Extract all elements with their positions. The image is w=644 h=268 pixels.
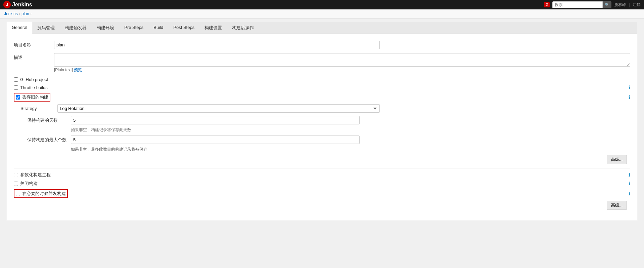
concurrent-highlight: 在必要的时候并发构建 xyxy=(14,189,68,198)
tab-poststeps[interactable]: Post Steps xyxy=(168,22,199,34)
advanced-btn-row2: 高级... xyxy=(14,201,630,210)
concurrent-checkbox[interactable] xyxy=(16,192,20,196)
concurrent-help-icon[interactable]: ℹ xyxy=(629,191,630,196)
header-right: 2 🔍 詹林峰 | 注销 xyxy=(544,1,641,8)
tab-trigger[interactable]: 构建触发器 xyxy=(60,22,92,34)
github-project-row: GitHub project xyxy=(14,77,630,82)
main: General 源码管理 构建触发器 构建环境 Pre Steps Build … xyxy=(0,18,644,224)
header: J Jenkins 2 🔍 詹林峰 | 注销 xyxy=(0,0,644,9)
jenkins-icon: J xyxy=(3,1,11,8)
github-project-checkbox[interactable] xyxy=(14,77,18,82)
strategy-section: Strategy Log Rotation None 保持构建的天数 如果非空，… xyxy=(20,104,630,164)
max-label: 保持构建的最大个数 xyxy=(27,137,71,143)
disable-build-help-icon[interactable]: ℹ xyxy=(629,181,630,186)
header-left: J Jenkins xyxy=(3,1,32,8)
breadcrumb-sep1: › xyxy=(19,12,20,16)
max-input[interactable] xyxy=(71,136,360,144)
description-textarea[interactable] xyxy=(54,53,630,67)
project-name-row: 项目名称 xyxy=(14,41,630,49)
disable-build-checkbox[interactable] xyxy=(14,182,18,186)
jenkins-logo: J Jenkins xyxy=(3,1,32,8)
max-row: 保持构建的最大个数 xyxy=(27,136,630,144)
description-label: 描述 xyxy=(14,53,54,61)
preview-link[interactable]: 预览 xyxy=(74,68,82,72)
section-divider xyxy=(14,168,630,168)
strategy-label: Strategy xyxy=(20,106,54,111)
days-hint: 如果非空，构建记录将保存此天数 xyxy=(71,127,630,133)
parameterize-help-icon[interactable]: ℹ xyxy=(629,172,630,178)
throttle-builds-checkbox[interactable] xyxy=(14,85,18,90)
user-name[interactable]: 詹林峰 xyxy=(614,2,626,8)
days-row: 保持构建的天数 xyxy=(27,116,630,124)
advanced-btn-row: 高级... xyxy=(20,155,630,164)
plain-text-row: [Plain text] 预览 xyxy=(54,67,630,73)
throttle-builds-row: Throttle builds ℹ xyxy=(14,85,630,90)
tab-presteps[interactable]: Pre Steps xyxy=(119,22,148,34)
max-hint: 如果非空，最多此数目的构建记录将被保存 xyxy=(71,147,630,152)
project-name-input[interactable] xyxy=(54,41,380,49)
notification-badge[interactable]: 2 xyxy=(544,2,550,7)
search-input[interactable] xyxy=(552,1,603,8)
discard-old-highlight: 丢弃旧的构建 xyxy=(14,93,50,102)
breadcrumb: Jenkins › plan › xyxy=(0,9,644,18)
days-label: 保持构建的天数 xyxy=(27,117,71,123)
parameterize-checkbox[interactable] xyxy=(14,173,18,177)
search-box: 🔍 xyxy=(552,1,611,8)
github-project-label: GitHub project xyxy=(20,77,48,82)
jenkins-title: Jenkins xyxy=(12,2,32,8)
parameterize-row: 参数化构建过程 ℹ xyxy=(14,172,630,178)
tab-env[interactable]: 构建环境 xyxy=(92,22,119,34)
advanced-button-2[interactable]: 高级... xyxy=(607,201,627,210)
strategy-row: Strategy Log Rotation None xyxy=(20,104,630,113)
discard-old-label: 丢弃旧的构建 xyxy=(22,94,48,100)
tab-general[interactable]: General xyxy=(7,22,32,34)
tab-post-build[interactable]: 构建后操作 xyxy=(227,22,259,34)
discard-old-row: 丢弃旧的构建 ℹ xyxy=(14,93,630,102)
parameterize-label: 参数化构建过程 xyxy=(20,172,51,178)
header-divider: | xyxy=(629,2,630,7)
tab-source[interactable]: 源码管理 xyxy=(32,22,60,34)
strategy-select[interactable]: Log Rotation None xyxy=(57,104,380,113)
discard-old-help-icon[interactable]: ℹ xyxy=(629,94,630,100)
tabs: General 源码管理 构建触发器 构建环境 Pre Steps Build … xyxy=(7,22,637,34)
breadcrumb-plan[interactable]: plan xyxy=(21,11,29,16)
plain-text-label: [Plain text] xyxy=(54,68,73,72)
disable-build-label: 关闭构建 xyxy=(20,181,38,187)
project-name-label: 项目名称 xyxy=(14,41,54,48)
throttle-builds-label: Throttle builds xyxy=(20,85,48,90)
tab-build[interactable]: Build xyxy=(148,22,168,34)
concurrent-label: 在必要的时候并发构建 xyxy=(22,191,66,197)
concurrent-row: 在必要的时候并发构建 ℹ xyxy=(14,189,630,198)
disable-build-row: 关闭构建 ℹ xyxy=(14,181,630,187)
breadcrumb-sep2: › xyxy=(31,12,32,16)
breadcrumb-jenkins[interactable]: Jenkins xyxy=(4,11,18,16)
form-section: 项目名称 描述 [Plain text] 预览 GitHub project T… xyxy=(7,34,637,221)
search-button[interactable]: 🔍 xyxy=(603,1,611,8)
days-input[interactable] xyxy=(71,116,360,124)
description-row: 描述 [Plain text] 预览 xyxy=(14,53,630,73)
discard-old-checkbox[interactable] xyxy=(16,95,20,100)
tab-build-settings[interactable]: 构建设置 xyxy=(199,22,227,34)
advanced-button[interactable]: 高级... xyxy=(607,155,627,164)
logout-link[interactable]: 注销 xyxy=(633,2,641,8)
throttle-builds-help-icon[interactable]: ℹ xyxy=(629,85,630,90)
